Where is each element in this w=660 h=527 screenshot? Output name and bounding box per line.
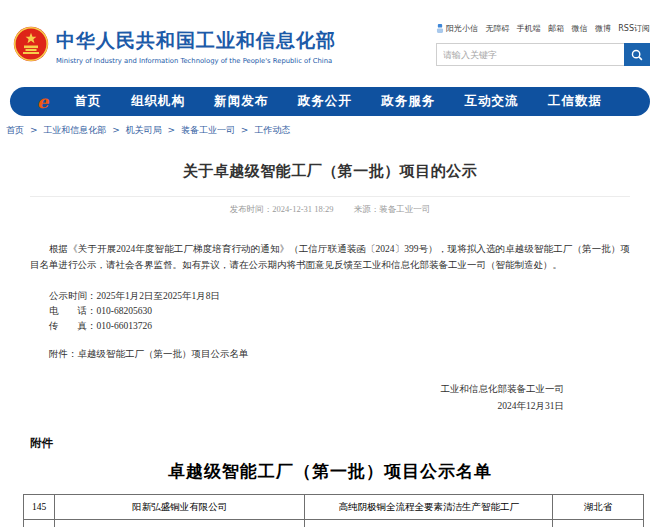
breadcrumb-departments[interactable]: 机关司局: [126, 125, 162, 135]
attachment-table-container: 145 阳新弘盛铜业有限公司 高纯阴极铜全流程全要素清洁生产智能工厂 湖北省: [23, 494, 644, 527]
breadcrumb-home[interactable]: 首页: [6, 125, 24, 135]
nav-item-gov-disclosure[interactable]: 政务公开: [298, 93, 352, 110]
attachment-reference: 附件：卓越级智能工厂（第一批）项目公示名单: [30, 348, 630, 361]
cell-row-number: 145: [24, 495, 55, 520]
cell-province: 湖北省: [552, 495, 643, 520]
attachment-heading: 附件: [30, 436, 660, 451]
article-meta: 发布时间：2024-12-31 18:29 来源：装备工业一司: [30, 204, 630, 216]
national-emblem-icon: [13, 26, 49, 62]
nav-item-data[interactable]: 工信数据: [548, 93, 602, 110]
quick-link-mail[interactable]: 邮箱: [548, 23, 564, 34]
quick-link-weibo[interactable]: 微博: [595, 23, 611, 34]
fax-line: 传 真：010-66013726: [30, 319, 630, 334]
quick-link-accessibility[interactable]: 无障碍: [485, 23, 509, 34]
xiaoxin-mascot-icon: [436, 23, 444, 34]
article-paragraph: 根据《关于开展2024年度智能工厂梯度培育行动的通知》（工信厅联通装函〔2024…: [30, 241, 630, 273]
phone-line: 电 话：010-68205630: [30, 304, 630, 319]
breadcrumb-separator: >: [112, 125, 120, 135]
notice-period: 公示时间：2025年1月2日至2025年1月8日: [30, 289, 630, 304]
article-source: 来源：装备工业一司: [354, 204, 431, 214]
quick-link-wechat[interactable]: 微信: [572, 23, 588, 34]
attachment-table-title: 卓越级智能工厂（第一批）项目公示名单: [0, 460, 660, 483]
nav-item-organization[interactable]: 组织机构: [131, 93, 185, 110]
cell-project: 高纯阴极铜全流程全要素清洁生产智能工厂: [305, 495, 552, 520]
quick-link-mobile[interactable]: 手机端: [517, 23, 541, 34]
article-title: 关于卓越级智能工厂（第一批）项目的公示: [30, 162, 630, 181]
table-row: 145 阳新弘盛铜业有限公司 高纯阴极铜全流程全要素清洁生产智能工厂 湖北省: [24, 495, 644, 520]
nav-item-home[interactable]: 首页: [74, 93, 101, 110]
main-nav: e 首页 组织机构 新闻发布 政务公开 政务服务 互动交流 工信数据: [10, 87, 650, 116]
breadcrumb-equipment-bureau[interactable]: 装备工业一司: [181, 125, 235, 135]
search-icon: [630, 48, 644, 62]
breadcrumb: 首页 > 工业和信息化部 > 机关司局 > 装备工业一司 > 工作动态: [0, 116, 660, 142]
miit-e-logo-icon[interactable]: e: [37, 93, 48, 111]
search-input[interactable]: [436, 43, 624, 66]
article: 关于卓越级智能工厂（第一批）项目的公示 发布时间：2024-12-31 18:2…: [0, 162, 660, 415]
signoff-date: 2024年12月31日: [30, 398, 564, 415]
nav-items: 首页 组织机构 新闻发布 政务公开 政务服务 互动交流 工信数据: [74, 93, 602, 110]
cell-company: 阳新弘盛铜业有限公司: [55, 495, 305, 520]
breadcrumb-work-updates[interactable]: 工作动态: [254, 125, 290, 135]
contact-info: 公示时间：2025年1月2日至2025年1月8日 电 话：010-6820563…: [30, 289, 630, 334]
nav-item-gov-services[interactable]: 政务服务: [381, 93, 435, 110]
site-brand: 中华人民共和国工业和信息化部 Ministry of Industry and …: [56, 28, 336, 65]
quick-link-rss[interactable]: RSS订阅: [618, 23, 650, 34]
breadcrumb-separator: >: [30, 125, 38, 135]
breadcrumb-separator: >: [167, 125, 175, 135]
quick-link-xiaoxin[interactable]: 阳光小信: [436, 23, 478, 34]
publish-time: 发布时间：2024-12-31 18:29: [230, 204, 334, 214]
signoff-org: 工业和信息化部装备工业一司: [30, 381, 564, 398]
search-button[interactable]: [624, 43, 650, 66]
quick-links: 阳光小信 无障碍 手机端 邮箱 微信 微博 RSS订阅: [436, 23, 650, 34]
ministry-name-en: Ministry of Industry and Information Tec…: [56, 57, 336, 65]
header-right: 阳光小信 无障碍 手机端 邮箱 微信 微博 RSS订阅: [436, 23, 650, 66]
site-header: 中华人民共和国工业和信息化部 Ministry of Industry and …: [0, 0, 660, 85]
breadcrumb-miit[interactable]: 工业和信息化部: [43, 125, 106, 135]
table-row-partial: [24, 520, 644, 527]
nav-item-news[interactable]: 新闻发布: [214, 93, 268, 110]
breadcrumb-separator: >: [241, 125, 249, 135]
signoff: 工业和信息化部装备工业一司 2024年12月31日: [30, 381, 630, 415]
title-divider: [30, 196, 630, 197]
quick-link-label: 阳光小信: [446, 23, 478, 34]
attachment-table: 145 阳新弘盛铜业有限公司 高纯阴极铜全流程全要素清洁生产智能工厂 湖北省: [23, 494, 644, 527]
ministry-name-cn: 中华人民共和国工业和信息化部: [56, 28, 336, 54]
nav-item-interaction[interactable]: 互动交流: [465, 93, 519, 110]
search-bar: [436, 43, 650, 66]
